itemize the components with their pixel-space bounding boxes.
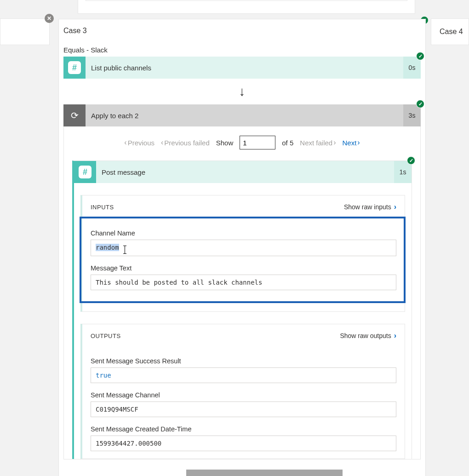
created-time-field[interactable]: 1599364427.000500 bbox=[91, 436, 396, 451]
message-text-label: Message Text bbox=[91, 264, 396, 272]
text-cursor-icon bbox=[125, 246, 125, 254]
pager-show-label: Show bbox=[216, 139, 234, 147]
chevron-left-icon: ‹ bbox=[161, 138, 163, 147]
inputs-panel: INPUTS Show raw inputs › Channel Name ra… bbox=[80, 195, 405, 312]
case3-card: Case 3 Equals - Slack # List public chan… bbox=[58, 19, 426, 476]
success-result-label: Sent Message Success Result bbox=[91, 357, 396, 365]
slack-icon: # bbox=[63, 57, 86, 79]
case4-card[interactable]: Case 4 bbox=[431, 18, 469, 45]
show-raw-inputs-link[interactable]: Show raw inputs › bbox=[344, 203, 396, 211]
success-result-field[interactable]: true bbox=[91, 367, 396, 383]
pager-previous-failed[interactable]: ‹ Previous failed bbox=[161, 138, 210, 147]
chevron-right-icon: › bbox=[333, 138, 336, 147]
hash-icon: # bbox=[68, 61, 81, 74]
step-list-label: List public channels bbox=[86, 57, 403, 79]
previous-card-inner bbox=[86, 0, 407, 1]
step-loop-label: Apply to each 2 bbox=[86, 104, 403, 126]
message-text-field[interactable]: This should be posted to all slack chann… bbox=[91, 275, 396, 290]
step-post-message: ✓ # Post message 1s INPUTS Show raw inpu… bbox=[72, 161, 412, 459]
loop-icon: ⟳ bbox=[63, 104, 86, 126]
pager-index-input[interactable] bbox=[240, 136, 275, 149]
sent-channel-field[interactable]: C019Q94MSCF bbox=[91, 401, 396, 417]
sent-channel-label: Sent Message Channel bbox=[91, 391, 396, 399]
condition-label: Equals - Slack bbox=[59, 46, 425, 57]
slack-icon: # bbox=[74, 161, 96, 183]
chevron-right-icon: › bbox=[357, 138, 360, 147]
created-time-label: Sent Message Created Date-Time bbox=[91, 425, 396, 433]
left-case-card[interactable] bbox=[0, 18, 50, 45]
message-text-value: This should be posted to all slack chann… bbox=[96, 279, 262, 286]
pager-total: of 5 bbox=[282, 139, 293, 147]
success-result-value: true bbox=[96, 372, 111, 379]
created-time-value: 1599364427.000500 bbox=[96, 440, 161, 447]
hash-icon: # bbox=[79, 166, 92, 178]
inputs-title: INPUTS bbox=[91, 204, 114, 211]
step-post-label: Post message bbox=[96, 161, 394, 183]
loop-body: ‹ Previous ‹ Previous failed Show of 5 N… bbox=[63, 126, 421, 459]
case4-title: Case 4 bbox=[440, 28, 463, 36]
step-list-channels[interactable]: # List public channels 0s ✓ bbox=[63, 57, 421, 79]
case3-title: Case 3 bbox=[59, 19, 425, 46]
channel-name-value: random bbox=[96, 244, 119, 251]
check-icon: ✓ bbox=[407, 156, 415, 165]
arrow-down-icon: ↓ bbox=[59, 79, 425, 104]
step-post-header[interactable]: # Post message 1s bbox=[74, 161, 412, 183]
pager: ‹ Previous ‹ Previous failed Show of 5 N… bbox=[72, 136, 412, 149]
show-raw-outputs-link[interactable]: Show raw outputs › bbox=[340, 332, 396, 340]
sent-channel-value: C019Q94MSCF bbox=[96, 406, 138, 413]
outputs-panel: OUTPUTS Show raw outputs › Sent Message … bbox=[80, 324, 405, 459]
horizontal-scrollbar[interactable] bbox=[186, 470, 343, 476]
previous-card-peek bbox=[78, 0, 415, 14]
step-apply-to-each[interactable]: ⟳ Apply to each 2 3s ✓ bbox=[63, 104, 421, 126]
pager-previous[interactable]: ‹ Previous bbox=[124, 138, 154, 147]
pager-next[interactable]: Next › bbox=[343, 138, 360, 147]
pager-next-failed[interactable]: Next failed › bbox=[300, 138, 336, 147]
channel-name-label: Channel Name bbox=[91, 229, 396, 237]
outputs-title: OUTPUTS bbox=[91, 333, 121, 339]
check-icon: ✓ bbox=[416, 100, 424, 108]
chevron-left-icon: ‹ bbox=[124, 138, 126, 147]
check-icon: ✓ bbox=[416, 52, 424, 60]
chevron-right-icon: › bbox=[394, 203, 396, 211]
chevron-right-icon: › bbox=[394, 332, 396, 340]
channel-name-field[interactable]: random bbox=[91, 240, 396, 256]
close-icon[interactable]: ✕ bbox=[45, 14, 54, 23]
